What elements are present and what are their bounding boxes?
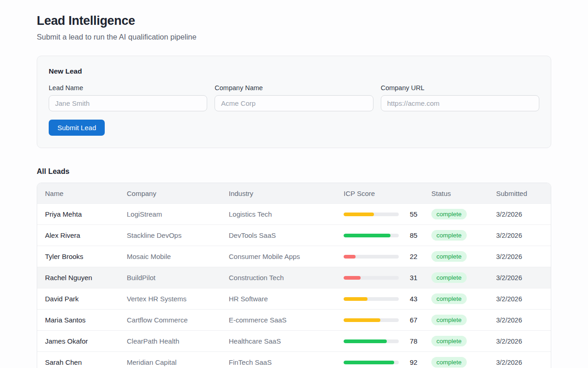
icp-score-cell: 31: [336, 274, 424, 282]
icp-score-bar-track: [344, 339, 399, 343]
new-lead-card-title: New Lead: [49, 67, 539, 75]
lead-name-input[interactable]: [49, 95, 207, 111]
new-lead-card: New Lead Lead Name Company Name Company …: [37, 56, 551, 148]
status-cell: complete: [424, 272, 488, 283]
column-header-status: Status: [424, 190, 488, 197]
lead-name-cell: Tyler Brooks: [37, 253, 119, 260]
lead-name-cell: James Okafor: [37, 337, 119, 345]
company-name-input[interactable]: [215, 95, 373, 111]
leads-table-body: Priya Mehta LogiStream Logistics Tech 55…: [37, 203, 551, 368]
status-cell: complete: [424, 209, 488, 219]
status-cell: complete: [424, 336, 488, 346]
icp-score-cell: 43: [336, 295, 424, 303]
lead-name-cell: David Park: [37, 295, 119, 303]
icp-score-value: 22: [410, 253, 418, 260]
company-name-field-group: Company Name: [215, 84, 373, 111]
industry-cell: Healthcare SaaS: [221, 337, 336, 345]
status-badge: complete: [431, 209, 467, 219]
icp-score-cell: 67: [336, 316, 424, 324]
submitted-date-cell: 3/2/2026: [488, 274, 551, 282]
icp-score-value: 85: [410, 231, 418, 239]
all-leads-title: All Leads: [37, 167, 551, 176]
icp-score-value: 67: [410, 316, 418, 324]
column-header-industry: Industry: [221, 190, 336, 197]
submitted-date-cell: 3/2/2026: [488, 253, 551, 260]
lead-name-field-group: Lead Name: [49, 84, 207, 111]
submitted-date-cell: 3/2/2026: [488, 295, 551, 303]
lead-name-cell: Maria Santos: [37, 316, 119, 324]
icp-score-cell: 85: [336, 231, 424, 239]
submit-lead-button[interactable]: Submit Lead: [49, 120, 105, 136]
table-row[interactable]: Maria Santos Cartflow Commerce E-commerc…: [37, 309, 551, 330]
industry-cell: Consumer Mobile Apps: [221, 253, 336, 260]
icp-score-value: 31: [410, 274, 418, 282]
submitted-date-cell: 3/2/2026: [488, 316, 551, 324]
icp-score-bar-track: [344, 297, 399, 301]
leads-table: Name Company Industry ICP Score Status S…: [37, 183, 551, 368]
industry-cell: E-commerce SaaS: [221, 316, 336, 324]
icp-score-value: 78: [410, 337, 418, 345]
icp-score-value: 92: [410, 358, 418, 366]
icp-score-bar-fill: [344, 297, 368, 301]
status-cell: complete: [424, 251, 488, 262]
table-row[interactable]: Sarah Chen Meridian Capital FinTech SaaS…: [37, 351, 551, 368]
company-cell: Mosaic Mobile: [119, 253, 221, 260]
icp-score-value: 43: [410, 295, 418, 303]
status-badge: complete: [431, 336, 467, 346]
lead-name-cell: Sarah Chen: [37, 358, 119, 366]
company-cell: ClearPath Health: [119, 337, 221, 345]
status-badge: complete: [431, 272, 467, 283]
industry-cell: HR Software: [221, 295, 336, 303]
submitted-date-cell: 3/2/2026: [488, 338, 551, 345]
submitted-date-cell: 3/2/2026: [488, 232, 551, 239]
icp-score-bar-fill: [344, 339, 387, 343]
icp-score-bar-fill: [344, 213, 374, 216]
icp-score-bar-track: [344, 318, 399, 322]
company-url-input[interactable]: [381, 95, 539, 111]
industry-cell: DevTools SaaS: [221, 231, 336, 239]
company-name-label: Company Name: [215, 84, 373, 92]
lead-name-cell: Rachel Nguyen: [37, 274, 119, 282]
icp-score-bar-fill: [344, 318, 380, 322]
icp-score-value: 55: [410, 210, 418, 218]
table-row[interactable]: Tyler Brooks Mosaic Mobile Consumer Mobi…: [37, 246, 551, 267]
status-badge: complete: [431, 251, 467, 262]
column-header-company: Company: [119, 190, 221, 197]
industry-cell: FinTech SaaS: [221, 358, 336, 366]
column-header-submitted: Submitted: [488, 190, 551, 197]
icp-score-bar-fill: [344, 361, 394, 364]
table-row[interactable]: Rachel Nguyen BuildPilot Construction Te…: [37, 267, 551, 288]
icp-score-cell: 22: [336, 253, 424, 260]
status-badge: complete: [431, 293, 467, 304]
status-badge: complete: [431, 230, 467, 241]
table-row[interactable]: David Park Vertex HR Systems HR Software…: [37, 288, 551, 309]
status-cell: complete: [424, 357, 488, 368]
icp-score-cell: 92: [336, 358, 424, 366]
table-row[interactable]: Alex Rivera Stackline DevOps DevTools Sa…: [37, 224, 551, 246]
company-url-label: Company URL: [381, 84, 539, 92]
status-badge: complete: [431, 357, 467, 368]
page-title: Lead Intelligence: [37, 14, 551, 28]
company-cell: Meridian Capital: [119, 358, 221, 366]
page-subtitle: Submit a lead to run the AI qualificatio…: [37, 33, 551, 41]
icp-score-bar-track: [344, 276, 399, 280]
status-cell: complete: [424, 315, 488, 325]
company-cell: BuildPilot: [119, 274, 221, 282]
submitted-date-cell: 3/2/2026: [488, 211, 551, 218]
lead-name-cell: Priya Mehta: [37, 210, 119, 218]
lead-intelligence-page: Lead Intelligence Submit a lead to run t…: [0, 0, 588, 368]
company-cell: LogiStream: [119, 210, 221, 218]
industry-cell: Construction Tech: [221, 274, 336, 282]
status-badge: complete: [431, 315, 467, 325]
company-cell: Stackline DevOps: [119, 231, 221, 239]
new-lead-form-row: Lead Name Company Name Company URL: [49, 84, 539, 111]
table-row[interactable]: James Okafor ClearPath Health Healthcare…: [37, 330, 551, 351]
company-url-field-group: Company URL: [381, 84, 539, 111]
icp-score-bar-fill: [344, 255, 356, 259]
icp-score-bar-fill: [344, 276, 361, 280]
icp-score-cell: 55: [336, 210, 424, 218]
company-cell: Cartflow Commerce: [119, 316, 221, 324]
submitted-date-cell: 3/2/2026: [488, 359, 551, 366]
table-row[interactable]: Priya Mehta LogiStream Logistics Tech 55…: [37, 203, 551, 224]
icp-score-bar-track: [344, 234, 399, 237]
